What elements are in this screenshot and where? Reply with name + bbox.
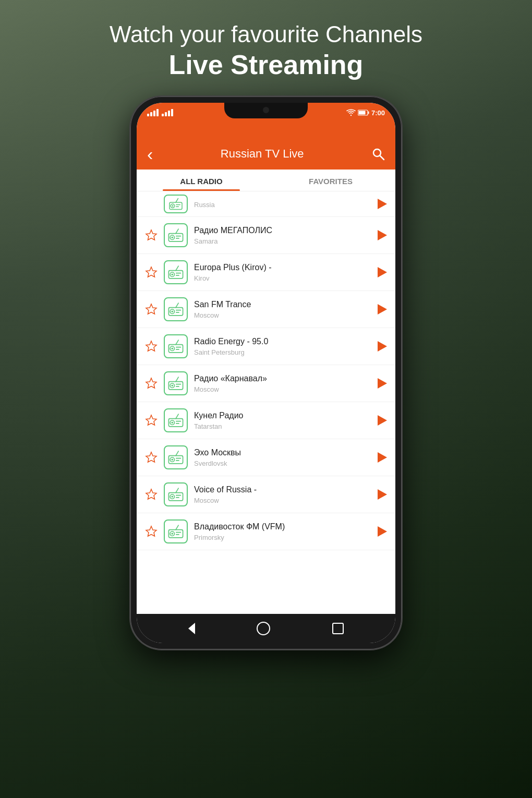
nav-back-button[interactable] — [188, 623, 195, 634]
tab-favorites[interactable]: FAVORITES — [266, 170, 395, 191]
radio-icon-svg — [167, 376, 185, 391]
svg-point-50 — [172, 422, 173, 424]
svg-rect-51 — [176, 421, 181, 422]
radio-city: Moscow — [194, 385, 371, 393]
svg-point-71 — [172, 533, 173, 535]
star-icon[interactable] — [145, 451, 158, 464]
svg-rect-37 — [176, 347, 181, 348]
radio-list-item: Кунел Радио Tatarstan — [137, 402, 395, 439]
svg-rect-9 — [176, 204, 180, 205]
partial-city: Russia — [194, 201, 371, 209]
svg-rect-58 — [176, 458, 181, 459]
radio-info: Радио «Карнавал» Moscow — [194, 373, 371, 393]
radio-name: San FM Trance — [194, 299, 371, 310]
partial-radio-icon — [164, 195, 188, 213]
radio-name: Europa Plus (Kirov) - — [194, 262, 371, 273]
play-button[interactable] — [378, 526, 387, 537]
svg-rect-23 — [176, 273, 181, 274]
svg-rect-2 — [368, 112, 369, 114]
star-icon[interactable] — [145, 525, 158, 538]
play-button[interactable] — [378, 378, 387, 389]
partial-radio-info: Russia — [194, 200, 371, 209]
radio-name: Владивосток ФМ (VFM) — [194, 522, 371, 533]
partial-play-button[interactable] — [378, 199, 387, 209]
tab-all-radio[interactable]: ALL RADIO — [137, 170, 266, 191]
svg-line-39 — [176, 340, 178, 345]
svg-marker-40 — [146, 378, 156, 388]
svg-rect-3 — [358, 111, 365, 115]
camera-dot — [263, 107, 269, 113]
svg-rect-38 — [176, 349, 179, 350]
battery-icon — [358, 110, 369, 116]
star-icon[interactable] — [145, 488, 158, 501]
svg-rect-59 — [176, 460, 179, 461]
time-display: 7:00 — [371, 109, 385, 117]
nav-home-button[interactable] — [257, 622, 270, 635]
play-button[interactable] — [378, 489, 387, 500]
star-icon[interactable] — [145, 377, 158, 390]
radio-info: Владивосток ФМ (VFM) Primorsky — [194, 522, 371, 541]
play-button[interactable] — [378, 267, 387, 277]
radio-icon-box — [164, 445, 188, 469]
radio-name: Кунел Радио — [194, 410, 371, 421]
play-button[interactable] — [378, 304, 387, 315]
svg-line-67 — [176, 488, 178, 493]
radio-icon-box — [164, 260, 188, 284]
play-button[interactable] — [378, 341, 387, 352]
radio-info: Radio Energy - 95.0 Saint Petersburg — [194, 336, 371, 356]
svg-point-15 — [172, 237, 173, 238]
radio-info: Кунел Радио Tatarstan — [194, 410, 371, 430]
partial-list-item: Russia — [137, 191, 395, 217]
svg-rect-66 — [176, 497, 179, 498]
app-title: Russian TV Live — [221, 147, 304, 161]
svg-rect-6 — [170, 202, 182, 210]
bar2 — [150, 112, 152, 116]
svg-line-32 — [176, 303, 178, 308]
svg-rect-17 — [176, 238, 179, 239]
svg-marker-26 — [146, 304, 156, 314]
star-icon[interactable] — [145, 340, 158, 353]
play-button[interactable] — [378, 230, 387, 240]
svg-rect-41 — [168, 382, 183, 390]
radio-icon-svg — [167, 339, 185, 354]
radio-city: Primorsky — [194, 534, 371, 541]
svg-line-53 — [176, 414, 178, 419]
radio-icon-box — [164, 519, 188, 543]
star-icon[interactable] — [145, 266, 158, 279]
svg-rect-72 — [176, 532, 181, 533]
radio-icon-svg — [167, 302, 185, 317]
svg-point-57 — [172, 459, 173, 461]
radio-icon-box — [164, 223, 188, 247]
radio-list-item: Радио «Карнавал» Moscow — [137, 365, 395, 402]
back-button[interactable]: ‹ — [147, 144, 153, 164]
star-icon[interactable] — [145, 303, 158, 316]
search-icon[interactable] — [371, 147, 385, 161]
play-button[interactable] — [378, 415, 387, 426]
svg-rect-62 — [168, 493, 183, 501]
status-bar: 7:00 — [137, 103, 395, 119]
radio-list: Russia — [137, 191, 395, 614]
nav-recents-button[interactable] — [332, 623, 344, 634]
svg-point-8 — [172, 205, 174, 207]
tabs-bar: ALL RADIO FAVORITES — [137, 170, 395, 191]
radio-icon-box — [164, 334, 188, 358]
svg-line-11 — [176, 199, 178, 203]
radio-city: Moscow — [194, 497, 371, 504]
bottom-nav — [137, 614, 395, 643]
radio-icon-svg — [167, 265, 185, 280]
radio-list-item: Voice of Russia - Moscow — [137, 476, 395, 513]
svg-line-60 — [176, 451, 178, 456]
signal-bars-1 — [147, 109, 159, 116]
play-button[interactable] — [378, 452, 387, 463]
status-left — [147, 109, 173, 116]
radio-icon-svg — [167, 413, 185, 428]
radio-items-container: Радио МЕГАПОЛИС Samara Europa Plus (K — [137, 217, 395, 550]
signal-bars-2 — [162, 109, 173, 116]
star-icon[interactable] — [145, 414, 158, 427]
radio-icon-svg — [167, 487, 185, 502]
svg-point-43 — [172, 385, 173, 386]
star-icon[interactable] — [145, 229, 158, 241]
notch-area: 7:00 — [137, 103, 395, 138]
radio-city: Sverdlovsk — [194, 460, 371, 467]
radio-info: Радио МЕГАПОЛИС Samara — [194, 225, 371, 245]
